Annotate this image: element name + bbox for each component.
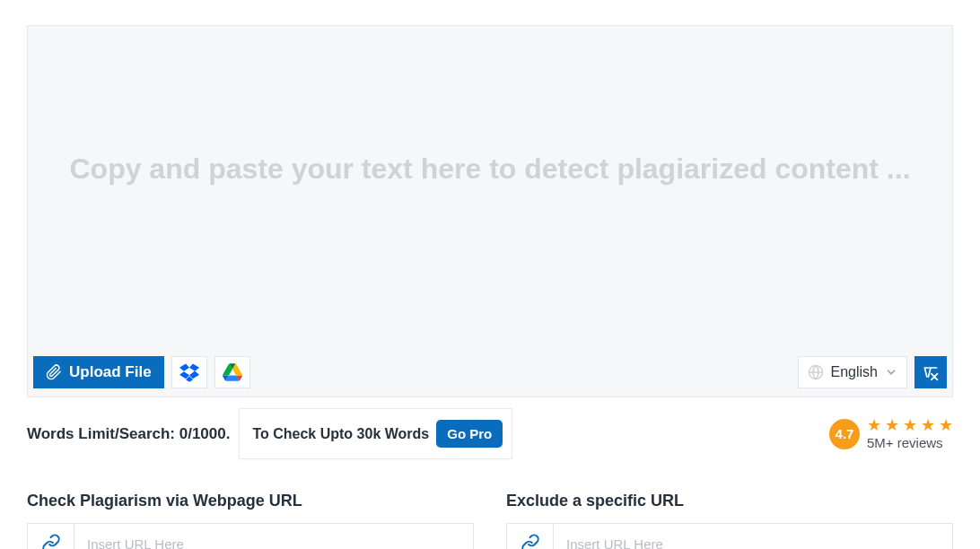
check-url-title: Check Plagiarism via Webpage URL xyxy=(27,492,474,510)
check-url-column: Check Plagiarism via Webpage URL xyxy=(27,492,474,549)
textarea-wrapper: Upload File xyxy=(27,25,953,397)
url-row: Check Plagiarism via Webpage URL Exclude… xyxy=(27,492,953,549)
url-icon-box xyxy=(507,524,554,549)
language-label: English xyxy=(831,364,878,380)
check-url-input-group xyxy=(27,523,474,549)
info-row: Words Limit/Search: 0/1000. To Check Upt… xyxy=(27,408,953,459)
star-icon: ★ xyxy=(867,417,881,433)
go-pro-button[interactable]: Go Pro xyxy=(436,420,503,448)
stars: ★ ★ ★ ★ ★ xyxy=(867,417,953,433)
exclude-url-column: Exclude a specific URL xyxy=(506,492,953,549)
link-icon xyxy=(41,534,61,549)
left-controls: Upload File xyxy=(33,356,250,388)
bottom-bar: Upload File xyxy=(33,356,947,388)
upload-file-button[interactable]: Upload File xyxy=(33,356,164,388)
exclude-url-input[interactable] xyxy=(554,524,952,549)
clear-formatting-icon xyxy=(922,363,940,381)
url-icon-box xyxy=(28,524,74,549)
paperclip-icon xyxy=(46,364,62,380)
star-icon: ★ xyxy=(885,417,899,433)
dropbox-button[interactable] xyxy=(171,356,207,388)
upload-label: Upload File xyxy=(69,363,152,381)
plagiarism-textarea[interactable] xyxy=(28,26,952,331)
words-limit-label: Words Limit/Search: 0/1000. xyxy=(27,425,230,443)
clear-text-button[interactable] xyxy=(914,356,947,388)
link-icon xyxy=(521,534,540,549)
chevron-down-icon xyxy=(885,366,897,379)
google-drive-icon xyxy=(223,362,242,382)
star-icon: ★ xyxy=(939,417,953,433)
reviews-section: 4.7 ★ ★ ★ ★ ★ 5M+ reviews xyxy=(829,417,953,450)
dropbox-icon xyxy=(179,362,199,382)
right-controls: English xyxy=(798,356,947,388)
star-icon: ★ xyxy=(903,417,917,433)
pro-text: To Check Upto 30k Words xyxy=(252,426,429,442)
star-icon: ★ xyxy=(921,417,935,433)
pro-box: To Check Upto 30k Words Go Pro xyxy=(239,408,512,459)
exclude-url-input-group xyxy=(506,523,953,549)
reviews-count: 5M+ reviews xyxy=(867,435,953,450)
google-drive-button[interactable] xyxy=(214,356,250,388)
language-select[interactable]: English xyxy=(798,356,907,388)
check-url-input[interactable] xyxy=(74,524,473,549)
stars-block: ★ ★ ★ ★ ★ 5M+ reviews xyxy=(867,417,953,450)
exclude-url-title: Exclude a specific URL xyxy=(506,492,953,510)
rating-badge: 4.7 xyxy=(829,419,860,449)
words-limit-section: Words Limit/Search: 0/1000. To Check Upt… xyxy=(27,408,512,459)
globe-icon xyxy=(808,364,824,380)
